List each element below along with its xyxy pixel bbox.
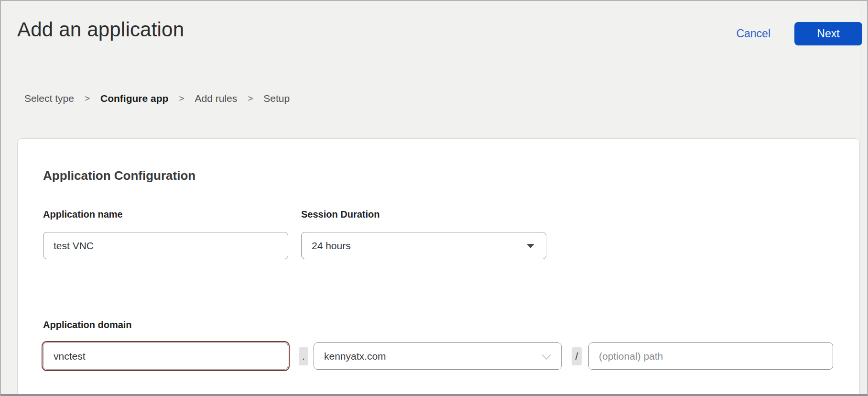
session-duration-field: Session Duration 24 hours: [301, 209, 546, 259]
breadcrumb-step-configure-app[interactable]: Configure app: [100, 93, 168, 104]
chevron-down-icon: [542, 350, 551, 360]
breadcrumb-separator: >: [248, 93, 253, 104]
scrollbar[interactable]: [860, 1, 867, 394]
subdomain-input[interactable]: [43, 342, 288, 370]
breadcrumb-separator: >: [85, 93, 90, 104]
application-domain-section: Application domain . kennyatx.com /: [43, 319, 834, 370]
application-name-label: Application name: [43, 209, 288, 220]
breadcrumb: Select type > Configure app > Add rules …: [24, 93, 290, 104]
name-duration-row: Application name Session Duration 24 hou…: [43, 209, 834, 259]
page-title: Add an application: [17, 18, 184, 41]
application-name-input[interactable]: [43, 232, 288, 259]
cancel-button[interactable]: Cancel: [736, 27, 770, 40]
configuration-card: Application Configuration Application na…: [17, 138, 860, 396]
session-duration-value: 24 hours: [312, 240, 351, 252]
header-actions: Cancel Next: [736, 22, 862, 45]
application-domain-label: Application domain: [43, 319, 834, 330]
application-name-field: Application name: [43, 209, 288, 259]
breadcrumb-step-setup[interactable]: Setup: [263, 93, 290, 104]
breadcrumb-step-select-type[interactable]: Select type: [24, 93, 74, 104]
path-input[interactable]: [588, 342, 833, 370]
breadcrumb-separator: >: [179, 93, 184, 104]
slash-separator: /: [572, 347, 582, 365]
domain-select[interactable]: kennyatx.com: [314, 342, 562, 370]
breadcrumb-step-add-rules[interactable]: Add rules: [195, 93, 237, 104]
application-domain-row: . kennyatx.com /: [43, 342, 834, 370]
section-title: Application Configuration: [43, 168, 834, 183]
domain-select-value: kennyatx.com: [324, 351, 386, 362]
next-button[interactable]: Next: [794, 22, 862, 45]
session-duration-select[interactable]: 24 hours: [301, 232, 546, 259]
dot-separator: .: [299, 347, 308, 365]
session-duration-label: Session Duration: [301, 209, 546, 220]
dropdown-caret-icon: [527, 244, 534, 248]
